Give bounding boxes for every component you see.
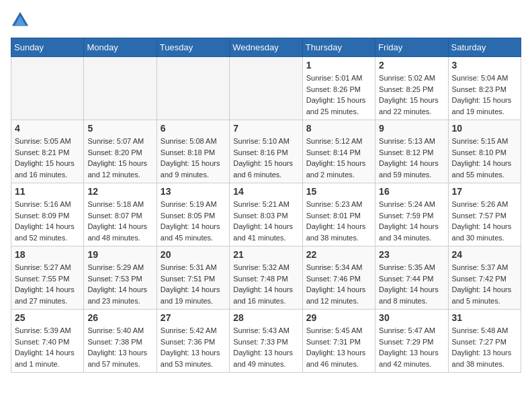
weekday-header: Saturday bbox=[448, 38, 521, 57]
day-number: 26 bbox=[87, 312, 152, 323]
calendar-cell: 22Sunrise: 5:34 AM Sunset: 7:46 PM Dayli… bbox=[302, 246, 375, 310]
calendar-cell: 28Sunrise: 5:43 AM Sunset: 7:33 PM Dayli… bbox=[230, 310, 302, 373]
weekday-header: Wednesday bbox=[230, 38, 302, 57]
day-number: 2 bbox=[379, 60, 444, 71]
day-info: Sunrise: 5:42 AM Sunset: 7:36 PM Dayligh… bbox=[161, 325, 226, 369]
day-number: 13 bbox=[161, 186, 226, 197]
calendar-cell: 14Sunrise: 5:21 AM Sunset: 8:03 PM Dayli… bbox=[230, 183, 302, 246]
calendar: SundayMondayTuesdayWednesdayThursdayFrid… bbox=[11, 38, 521, 373]
weekday-header: Tuesday bbox=[157, 38, 229, 57]
day-number: 19 bbox=[87, 249, 152, 260]
day-info: Sunrise: 5:04 AM Sunset: 8:23 PM Dayligh… bbox=[452, 73, 517, 117]
day-info: Sunrise: 5:32 AM Sunset: 7:48 PM Dayligh… bbox=[233, 262, 298, 306]
day-info: Sunrise: 5:27 AM Sunset: 7:55 PM Dayligh… bbox=[15, 262, 80, 306]
day-info: Sunrise: 5:05 AM Sunset: 8:21 PM Dayligh… bbox=[15, 136, 80, 180]
day-info: Sunrise: 5:43 AM Sunset: 7:33 PM Dayligh… bbox=[233, 325, 298, 369]
calendar-cell: 20Sunrise: 5:31 AM Sunset: 7:51 PM Dayli… bbox=[157, 246, 229, 310]
calendar-header-row: SundayMondayTuesdayWednesdayThursdayFrid… bbox=[11, 38, 521, 57]
day-info: Sunrise: 5:37 AM Sunset: 7:42 PM Dayligh… bbox=[452, 262, 517, 306]
calendar-week-row: 1Sunrise: 5:01 AM Sunset: 8:26 PM Daylig… bbox=[11, 57, 521, 120]
calendar-cell: 27Sunrise: 5:42 AM Sunset: 7:36 PM Dayli… bbox=[157, 310, 229, 373]
day-number: 9 bbox=[379, 123, 444, 134]
calendar-cell: 15Sunrise: 5:23 AM Sunset: 8:01 PM Dayli… bbox=[302, 183, 375, 246]
day-number: 29 bbox=[306, 312, 371, 323]
day-info: Sunrise: 5:40 AM Sunset: 7:38 PM Dayligh… bbox=[87, 325, 152, 369]
calendar-cell: 4Sunrise: 5:05 AM Sunset: 8:21 PM Daylig… bbox=[11, 120, 84, 183]
day-info: Sunrise: 5:47 AM Sunset: 7:29 PM Dayligh… bbox=[379, 325, 444, 369]
day-number: 30 bbox=[379, 312, 444, 323]
day-info: Sunrise: 5:39 AM Sunset: 7:40 PM Dayligh… bbox=[15, 325, 80, 369]
calendar-cell: 10Sunrise: 5:15 AM Sunset: 8:10 PM Dayli… bbox=[448, 120, 521, 183]
calendar-cell: 26Sunrise: 5:40 AM Sunset: 7:38 PM Dayli… bbox=[84, 310, 157, 373]
day-number: 4 bbox=[15, 123, 80, 134]
day-number: 22 bbox=[306, 249, 371, 260]
day-info: Sunrise: 5:23 AM Sunset: 8:01 PM Dayligh… bbox=[306, 199, 371, 243]
day-info: Sunrise: 5:07 AM Sunset: 8:20 PM Dayligh… bbox=[87, 136, 152, 180]
calendar-cell: 5Sunrise: 5:07 AM Sunset: 8:20 PM Daylig… bbox=[84, 120, 157, 183]
calendar-cell: 17Sunrise: 5:26 AM Sunset: 7:57 PM Dayli… bbox=[448, 183, 521, 246]
day-number: 1 bbox=[306, 60, 371, 71]
day-info: Sunrise: 5:31 AM Sunset: 7:51 PM Dayligh… bbox=[161, 262, 226, 306]
calendar-cell: 11Sunrise: 5:16 AM Sunset: 8:09 PM Dayli… bbox=[11, 183, 84, 246]
day-number: 7 bbox=[233, 123, 298, 134]
day-info: Sunrise: 5:34 AM Sunset: 7:46 PM Dayligh… bbox=[306, 262, 371, 306]
day-info: Sunrise: 5:16 AM Sunset: 8:09 PM Dayligh… bbox=[15, 199, 80, 243]
calendar-week-row: 11Sunrise: 5:16 AM Sunset: 8:09 PM Dayli… bbox=[11, 183, 521, 246]
day-info: Sunrise: 5:21 AM Sunset: 8:03 PM Dayligh… bbox=[233, 199, 298, 243]
logo bbox=[11, 11, 32, 30]
weekday-header: Sunday bbox=[11, 38, 84, 57]
day-info: Sunrise: 5:10 AM Sunset: 8:16 PM Dayligh… bbox=[233, 136, 298, 180]
weekday-header: Friday bbox=[375, 38, 448, 57]
calendar-cell: 1Sunrise: 5:01 AM Sunset: 8:26 PM Daylig… bbox=[302, 57, 375, 120]
day-info: Sunrise: 5:18 AM Sunset: 8:07 PM Dayligh… bbox=[87, 199, 152, 243]
day-number: 16 bbox=[379, 186, 444, 197]
calendar-cell bbox=[11, 57, 84, 120]
calendar-cell: 30Sunrise: 5:47 AM Sunset: 7:29 PM Dayli… bbox=[375, 310, 448, 373]
calendar-cell bbox=[230, 57, 302, 120]
calendar-cell: 8Sunrise: 5:12 AM Sunset: 8:14 PM Daylig… bbox=[302, 120, 375, 183]
day-number: 17 bbox=[452, 186, 517, 197]
day-number: 24 bbox=[452, 249, 517, 260]
day-info: Sunrise: 5:15 AM Sunset: 8:10 PM Dayligh… bbox=[452, 136, 517, 180]
calendar-cell: 29Sunrise: 5:45 AM Sunset: 7:31 PM Dayli… bbox=[302, 310, 375, 373]
calendar-cell: 7Sunrise: 5:10 AM Sunset: 8:16 PM Daylig… bbox=[230, 120, 302, 183]
calendar-cell: 16Sunrise: 5:24 AM Sunset: 7:59 PM Dayli… bbox=[375, 183, 448, 246]
day-info: Sunrise: 5:08 AM Sunset: 8:18 PM Dayligh… bbox=[161, 136, 226, 180]
calendar-cell: 12Sunrise: 5:18 AM Sunset: 8:07 PM Dayli… bbox=[84, 183, 157, 246]
calendar-cell: 23Sunrise: 5:35 AM Sunset: 7:44 PM Dayli… bbox=[375, 246, 448, 310]
calendar-week-row: 4Sunrise: 5:05 AM Sunset: 8:21 PM Daylig… bbox=[11, 120, 521, 183]
calendar-cell: 31Sunrise: 5:48 AM Sunset: 7:27 PM Dayli… bbox=[448, 310, 521, 373]
day-number: 15 bbox=[306, 186, 371, 197]
day-number: 18 bbox=[15, 249, 80, 260]
page-header bbox=[11, 11, 521, 30]
day-number: 23 bbox=[379, 249, 444, 260]
day-number: 14 bbox=[233, 186, 298, 197]
calendar-cell: 2Sunrise: 5:02 AM Sunset: 8:25 PM Daylig… bbox=[375, 57, 448, 120]
day-number: 27 bbox=[161, 312, 226, 323]
weekday-header: Monday bbox=[84, 38, 157, 57]
day-number: 8 bbox=[306, 123, 371, 134]
calendar-cell bbox=[157, 57, 229, 120]
day-info: Sunrise: 5:35 AM Sunset: 7:44 PM Dayligh… bbox=[379, 262, 444, 306]
day-number: 10 bbox=[452, 123, 517, 134]
calendar-week-row: 25Sunrise: 5:39 AM Sunset: 7:40 PM Dayli… bbox=[11, 310, 521, 373]
day-info: Sunrise: 5:19 AM Sunset: 8:05 PM Dayligh… bbox=[161, 199, 226, 243]
day-number: 6 bbox=[161, 123, 226, 134]
calendar-cell: 9Sunrise: 5:13 AM Sunset: 8:12 PM Daylig… bbox=[375, 120, 448, 183]
day-number: 20 bbox=[161, 249, 226, 260]
day-info: Sunrise: 5:13 AM Sunset: 8:12 PM Dayligh… bbox=[379, 136, 444, 180]
day-number: 21 bbox=[233, 249, 298, 260]
calendar-cell: 25Sunrise: 5:39 AM Sunset: 7:40 PM Dayli… bbox=[11, 310, 84, 373]
calendar-cell: 18Sunrise: 5:27 AM Sunset: 7:55 PM Dayli… bbox=[11, 246, 84, 310]
calendar-cell: 21Sunrise: 5:32 AM Sunset: 7:48 PM Dayli… bbox=[230, 246, 302, 310]
day-number: 25 bbox=[15, 312, 80, 323]
calendar-cell: 24Sunrise: 5:37 AM Sunset: 7:42 PM Dayli… bbox=[448, 246, 521, 310]
day-info: Sunrise: 5:24 AM Sunset: 7:59 PM Dayligh… bbox=[379, 199, 444, 243]
calendar-cell: 3Sunrise: 5:04 AM Sunset: 8:23 PM Daylig… bbox=[448, 57, 521, 120]
calendar-cell: 19Sunrise: 5:29 AM Sunset: 7:53 PM Dayli… bbox=[84, 246, 157, 310]
calendar-week-row: 18Sunrise: 5:27 AM Sunset: 7:55 PM Dayli… bbox=[11, 246, 521, 310]
day-info: Sunrise: 5:01 AM Sunset: 8:26 PM Dayligh… bbox=[306, 73, 371, 117]
day-number: 11 bbox=[15, 186, 80, 197]
day-info: Sunrise: 5:02 AM Sunset: 8:25 PM Dayligh… bbox=[379, 73, 444, 117]
day-info: Sunrise: 5:29 AM Sunset: 7:53 PM Dayligh… bbox=[87, 262, 152, 306]
